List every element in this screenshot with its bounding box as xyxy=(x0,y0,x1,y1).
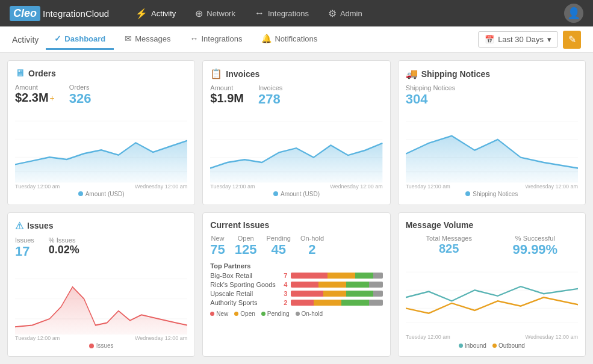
edit-button[interactable]: ✎ xyxy=(563,31,581,49)
metric-pending-value: 45 xyxy=(267,242,291,258)
partner-bar-hold-2 xyxy=(373,291,382,297)
tab-messages-label: Messages xyxy=(135,34,170,43)
partner-count-3: 2 xyxy=(280,299,287,306)
partner-bar-pending-0 xyxy=(355,273,373,279)
sub-nav-label: Activity xyxy=(12,35,39,45)
dashboard-icon: ✓ xyxy=(54,34,61,43)
partner-bar-open-3 xyxy=(314,300,341,306)
partner-name-0: Big-Box Retail xyxy=(210,272,276,279)
message-volume-card: Message Volume Total Messages 825 % Succ… xyxy=(398,212,586,357)
current-issues-card: Current Issues New 75 Open 125 Pending 4… xyxy=(202,212,390,357)
partner-row-3: Authority Sports 2 xyxy=(210,299,382,306)
partner-bar-1 xyxy=(291,282,382,288)
sub-nav-right: 📅 Last 30 Days ▾ ✎ xyxy=(478,31,581,49)
current-issues-title: Current Issues xyxy=(210,220,382,230)
orders-legend: Amount (USD) xyxy=(15,191,187,197)
legend-pending: Pending xyxy=(261,310,290,317)
tab-integrations[interactable]: ↔ Integrations xyxy=(182,29,251,50)
issues-chart xyxy=(15,263,187,335)
logo: Cleo IntegrationCloud xyxy=(10,6,109,21)
shipping-count-value: 304 xyxy=(406,91,456,107)
top-partners-label: Top Partners xyxy=(210,262,382,270)
date-range-button[interactable]: 📅 Last 30 Days ▾ xyxy=(478,31,558,48)
invoices-count-label: Invoices xyxy=(258,84,282,91)
nav-integrations[interactable]: ↔ Integrations xyxy=(252,8,311,19)
tab-notifications[interactable]: 🔔 Notifications xyxy=(253,29,326,50)
invoices-amount-label: Amount xyxy=(210,84,244,91)
sub-navigation: Activity ✓ Dashboard ✉ Messages ↔ Integr… xyxy=(0,26,593,53)
orders-amount-block: Amount $2.3M + xyxy=(15,84,55,106)
nav-activity[interactable]: ⚡ Activity xyxy=(133,8,178,19)
invoices-amount-value: $1.9M xyxy=(210,91,244,105)
edit-icon: ✎ xyxy=(568,34,576,45)
metric-new: New 75 xyxy=(210,235,225,258)
issues-bar-legend: New Open Pending On-hold xyxy=(210,310,382,317)
tab-dashboard-label: Dashboard xyxy=(64,34,105,43)
metric-new-label: New xyxy=(210,235,225,242)
orders-count-block: Orders 326 xyxy=(69,84,92,106)
legend-open-label: Open xyxy=(240,310,255,317)
invoices-chart xyxy=(210,111,382,183)
invoices-count-value: 278 xyxy=(258,91,282,107)
invoices-card-title: 📋 Invoices xyxy=(210,68,382,79)
msg-vol-axis-left: Tuesday 12:00 am xyxy=(406,334,450,340)
issues-pct-label: % Issues xyxy=(49,236,79,244)
messages-icon: ✉ xyxy=(125,34,132,43)
legend-new-label: New xyxy=(216,310,228,317)
orders-legend-label: Amount (USD) xyxy=(85,191,125,197)
tab-notifications-label: Notifications xyxy=(275,34,317,43)
shipping-title-label: Shipping Notices xyxy=(421,69,490,79)
orders-amount-label: Amount xyxy=(15,84,55,91)
issues-axis-right: Wednesday 12:00 am xyxy=(135,335,187,341)
orders-chart xyxy=(15,110,187,183)
shipping-chart-area xyxy=(406,111,578,183)
orders-count-value: 326 xyxy=(69,91,92,106)
orders-axis: Tuesday 12:00 am Wednesday 12:00 am xyxy=(15,184,187,190)
shipping-card-title: 🚚 Shipping Notices xyxy=(406,68,578,79)
issues-count-value: 17 xyxy=(15,244,34,259)
nav-admin[interactable]: ⚙ Admin xyxy=(326,8,365,19)
partner-row-2: Upscale Retail 3 xyxy=(210,290,382,297)
legend-inbound: Inbound xyxy=(459,342,486,349)
metric-open-value: 125 xyxy=(235,242,257,258)
issues-count-block: Issues 17 xyxy=(15,236,34,259)
nav-network-label: Network xyxy=(206,9,235,18)
partner-name-3: Authority Sports xyxy=(210,299,276,306)
orders-legend-dot xyxy=(78,191,83,196)
msg-vol-axis-right: Wednesday 12:00 am xyxy=(526,334,578,340)
shipping-legend: Shipping Notices xyxy=(406,191,578,197)
partner-bar-0 xyxy=(291,273,382,279)
invoices-metrics: Amount $1.9M Invoices 278 xyxy=(210,84,382,107)
partner-bar-hold-1 xyxy=(369,282,383,288)
shipping-chart xyxy=(406,111,578,183)
issues-legend-label: Issues xyxy=(96,342,114,349)
issues-pct-value: 0.02% xyxy=(49,244,79,256)
message-volume-chart-area xyxy=(406,261,578,334)
invoices-legend-label: Amount (USD) xyxy=(281,191,320,197)
chevron-down-icon: ▾ xyxy=(547,35,551,44)
invoices-legend: Amount (USD) xyxy=(210,191,382,197)
shipping-icon: 🚚 xyxy=(406,68,418,79)
invoices-axis-right: Wednesday 12:00 am xyxy=(330,184,382,190)
metric-onhold: On-hold 2 xyxy=(300,235,324,258)
partner-row-1: Rick's Sporting Goods 4 xyxy=(210,281,382,288)
nav-integrations-label: Integrations xyxy=(268,9,309,18)
issues-axis-left: Tuesday 12:00 am xyxy=(15,335,60,341)
partner-bar-new-3 xyxy=(291,300,314,306)
nav-network[interactable]: ⊕ Network xyxy=(193,8,238,19)
activity-icon: ⚡ xyxy=(135,8,147,19)
invoices-count-block: Invoices 278 xyxy=(258,84,282,107)
issues-count-label: Issues xyxy=(15,236,34,244)
orders-card: 🖥 Orders Amount $2.3M + Orders 326 xyxy=(7,60,195,205)
tab-messages[interactable]: ✉ Messages xyxy=(116,29,179,50)
orders-axis-right: Wednesday 12:00 am xyxy=(135,184,187,190)
legend-inbound-dot xyxy=(459,344,463,348)
total-messages-label: Total Messages xyxy=(426,235,471,242)
legend-open: Open xyxy=(234,310,255,317)
legend-new: New xyxy=(210,310,228,317)
user-avatar[interactable]: 👤 xyxy=(564,4,583,23)
issues-axis: Tuesday 12:00 am Wednesday 12:00 am xyxy=(15,335,187,341)
tab-dashboard[interactable]: ✓ Dashboard xyxy=(46,29,114,50)
issues-card-title: ⚠ Issues xyxy=(15,220,187,232)
orders-add-icon[interactable]: + xyxy=(50,93,55,103)
